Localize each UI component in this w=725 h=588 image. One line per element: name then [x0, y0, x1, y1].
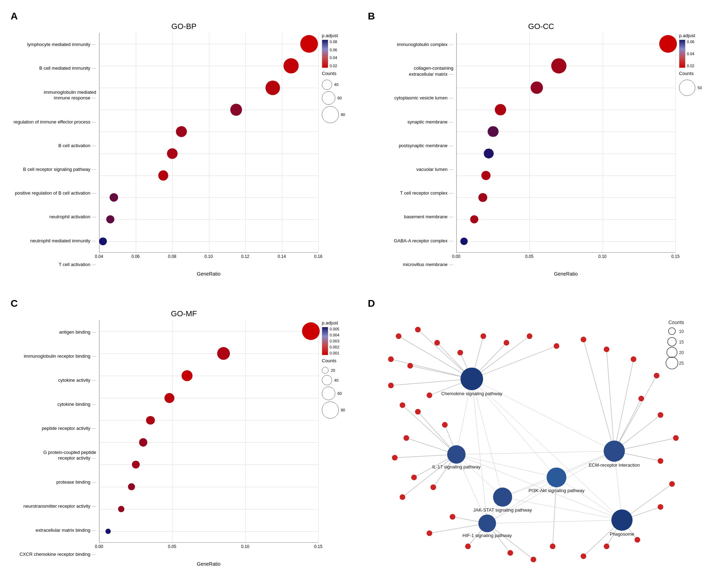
grid-line — [99, 531, 318, 532]
legend-c: p.adjust0.0050.0040.0030.0020.001Counts2… — [318, 320, 357, 567]
x-tick: 0.15 — [314, 544, 322, 549]
x-tick: 0.14 — [278, 254, 286, 259]
grid-line — [99, 331, 318, 332]
legend-padjust-value: 0.08 — [330, 40, 337, 44]
y-label: neutrophil activation — — [11, 214, 96, 220]
grid-line — [99, 33, 100, 252]
x-tick: 0.06 — [132, 254, 140, 259]
panel-label-c: C — [11, 298, 18, 309]
network-node-label: PI3K-Akt signaling pathway — [528, 488, 585, 493]
grid-line — [457, 44, 675, 44]
network-small-node — [427, 530, 432, 536]
network-legend-count-label: 10 — [679, 329, 684, 334]
network-small-node — [450, 514, 456, 520]
network-node-label: JAK-STAT signaling pathway — [473, 507, 532, 513]
legend-counts-title: Counts — [679, 71, 694, 76]
dot — [481, 171, 491, 180]
panel-label-b: B — [368, 11, 375, 22]
network-main-node — [604, 440, 625, 462]
network-node-label: Chemokine signaling pathway — [441, 391, 503, 396]
network-edge — [584, 340, 614, 451]
legend-padjust-title: p.adjust — [322, 33, 338, 38]
network-main-edge — [456, 379, 472, 454]
network-small-node — [427, 392, 432, 398]
dot — [659, 35, 677, 53]
grid-line — [99, 442, 318, 443]
dot — [217, 347, 230, 360]
size-legend: 20406080 — [322, 367, 345, 420]
x-tick: 0.05 — [168, 544, 176, 549]
grid-line — [457, 219, 675, 220]
network-small-node — [631, 356, 636, 362]
color-bar — [322, 40, 328, 68]
y-label: postsynaptic membrane — — [368, 143, 453, 149]
dot — [495, 104, 506, 115]
legend-padjust-value: 0.04 — [330, 56, 337, 60]
network-small-node — [658, 458, 663, 464]
grid-line — [318, 33, 319, 252]
size-count-label: 40 — [334, 378, 338, 382]
network-small-node — [388, 356, 394, 362]
panel-c: C GO-MF antigen binding —immunoglobulin … — [7, 294, 361, 581]
panel-d: D Chemokine signaling pathwayIL-17 signa… — [364, 294, 718, 581]
dot — [132, 461, 140, 468]
size-legend: 50 — [679, 80, 702, 97]
network-main-node — [547, 467, 567, 487]
size-count-label: 80 — [341, 113, 345, 117]
network-node-label: ECM-receptor interaction — [589, 462, 640, 468]
grid-line — [172, 33, 173, 252]
legend-padjust-value: 0.003 — [330, 339, 340, 343]
network-small-node — [392, 455, 398, 461]
dot — [105, 529, 111, 534]
grid-line — [172, 320, 173, 542]
legend-padjust-title: p.adjust — [322, 320, 338, 325]
y-label: microvillus membrane — — [368, 262, 453, 268]
network-small-node — [581, 337, 586, 342]
grid-line — [99, 376, 318, 376]
x-tick: 0.00 — [452, 254, 460, 259]
y-label: B cell receptor signaling pathway — — [11, 167, 96, 173]
network-small-node — [407, 363, 413, 369]
grid-line — [99, 509, 318, 509]
size-circle — [322, 387, 335, 400]
network-edge — [614, 376, 657, 451]
legend-padjust-title: p.adjust — [679, 33, 695, 38]
network-edge — [402, 405, 456, 454]
size-count-label: 50 — [697, 86, 702, 90]
y-label: G protein-coupled peptidereceptor activi… — [11, 450, 96, 462]
grid-line — [99, 398, 318, 398]
network-small-node — [527, 333, 532, 339]
dot — [176, 126, 187, 137]
size-circle — [679, 80, 695, 96]
x-axis-title-b: GeneRatio — [456, 271, 675, 277]
network-node-label: IL-17 signaling pathway — [432, 464, 481, 469]
grid-line — [457, 241, 675, 242]
grid-line — [457, 197, 675, 198]
network-small-node — [658, 412, 663, 418]
x-tick: 0.08 — [168, 254, 176, 259]
network-small-node — [669, 481, 675, 487]
network-small-node — [396, 333, 401, 339]
grid-line — [457, 33, 457, 252]
size-legend-item: 60 — [322, 91, 342, 105]
network-main-edge — [487, 520, 622, 523]
network-small-node — [442, 422, 448, 428]
grid-line — [245, 33, 246, 252]
network-small-node — [430, 484, 436, 490]
legend-padjust-value: 0.004 — [330, 333, 340, 337]
color-bar — [322, 327, 328, 355]
panel-b: B GO-CC immunoglobulin complex —collagen… — [364, 7, 718, 291]
y-label: antigen binding — — [11, 329, 96, 335]
legend-padjust-value: 0.002 — [330, 345, 340, 349]
size-legend-item: 20 — [322, 367, 335, 374]
size-count-label: 20 — [331, 368, 335, 373]
x-tick: 0.05 — [525, 254, 533, 259]
network-small-node — [550, 543, 556, 549]
y-label: immunoglobulin receptor binding — — [11, 353, 96, 359]
y-label: cytokine activity — — [11, 377, 96, 384]
network-legend-count-label: 15 — [679, 340, 684, 345]
network-legend-title: Counts — [668, 319, 684, 325]
panel-title-c: GO-MF — [11, 309, 357, 318]
y-label: synaptic membrane — — [368, 119, 453, 125]
network-edge — [402, 454, 456, 497]
